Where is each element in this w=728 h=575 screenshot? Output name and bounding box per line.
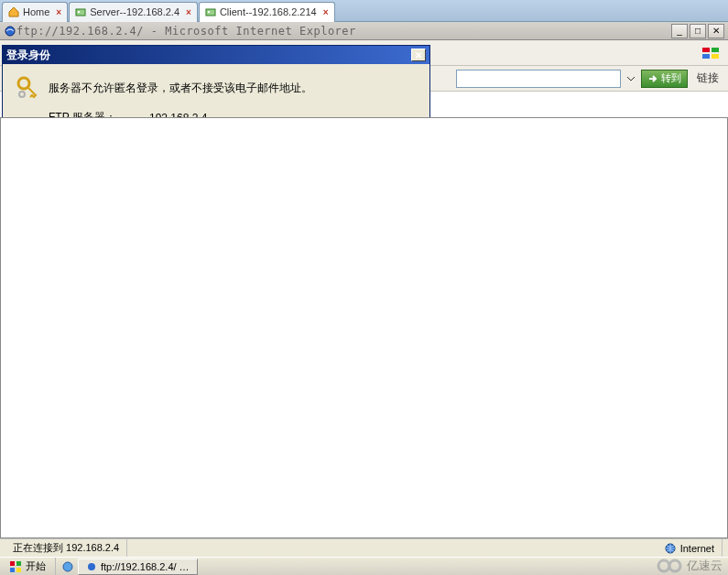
globe-icon (664, 542, 677, 555)
svg-rect-3 (208, 11, 210, 13)
svg-rect-7 (702, 54, 710, 59)
svg-rect-1 (78, 11, 80, 13)
tab-close-icon[interactable]: × (56, 7, 61, 17)
windows-flag-icon (9, 560, 22, 573)
svg-rect-16 (10, 568, 15, 572)
svg-point-21 (669, 560, 680, 571)
ie-icon (4, 25, 16, 38)
ie-icon (86, 561, 97, 572)
window-title: ftp://192.168.2.4/ - Microsoft Internet … (16, 25, 669, 38)
address-input[interactable] (456, 70, 621, 88)
maximize-button[interactable]: □ (690, 24, 706, 38)
svg-rect-2 (206, 9, 215, 16)
tab-close-icon[interactable]: × (186, 7, 191, 17)
ie-content-area (0, 117, 728, 538)
links-label[interactable]: 链接 (691, 71, 724, 86)
svg-rect-5 (702, 48, 710, 52)
address-dropdown-icon[interactable] (625, 72, 637, 85)
taskbar-item[interactable]: ftp://192.168.2.4/ … (78, 559, 198, 575)
svg-rect-0 (76, 9, 85, 16)
svg-rect-14 (10, 561, 15, 566)
svg-rect-15 (16, 561, 21, 566)
dialog-titlebar: 登录身份 ✕ (3, 46, 429, 64)
windows-flag-icon (699, 44, 724, 62)
tab-client[interactable]: Client--192.168.2.214 × (199, 2, 335, 22)
tab-close-icon[interactable]: × (323, 7, 329, 17)
svg-point-18 (63, 562, 72, 571)
tab-label: Client--192.168.2.214 (220, 6, 317, 17)
tab-server[interactable]: Server--192.168.2.4 × (69, 2, 198, 22)
taskbar: 开始 ftp://192.168.2.4/ … (0, 557, 728, 575)
tab-label: Home (23, 6, 49, 17)
browser-tabs: Home × Server--192.168.2.4 × Client--192… (0, 0, 728, 22)
keys-icon (16, 75, 49, 101)
tab-home[interactable]: Home × (2, 2, 68, 22)
svg-point-20 (658, 560, 669, 571)
status-text: 正在连接到 192.168.2.4 (5, 539, 127, 557)
status-bar: 正在连接到 192.168.2.4 Internet (0, 538, 728, 557)
watermark: 亿速云 (656, 558, 723, 574)
tab-label: Server--192.168.2.4 (90, 6, 179, 17)
svg-rect-6 (712, 48, 719, 52)
svg-point-19 (88, 563, 95, 570)
dialog-message: 服务器不允许匿名登录，或者不接受该电子邮件地址。 (49, 81, 312, 96)
quicklaunch-icon[interactable] (61, 560, 74, 573)
go-button[interactable]: 转到 (641, 70, 688, 88)
dialog-title: 登录身份 (6, 48, 411, 63)
dialog-close-button[interactable]: ✕ (411, 49, 426, 61)
ie-titlebar: ftp://192.168.2.4/ - Microsoft Internet … (0, 22, 728, 40)
start-button[interactable]: 开始 (0, 558, 56, 575)
svg-point-10 (19, 92, 25, 97)
minimize-button[interactable]: _ (671, 24, 688, 38)
svg-rect-17 (16, 568, 21, 572)
svg-rect-8 (712, 54, 719, 59)
close-button[interactable]: ✕ (708, 24, 724, 38)
zone-indicator: Internet (657, 539, 723, 557)
